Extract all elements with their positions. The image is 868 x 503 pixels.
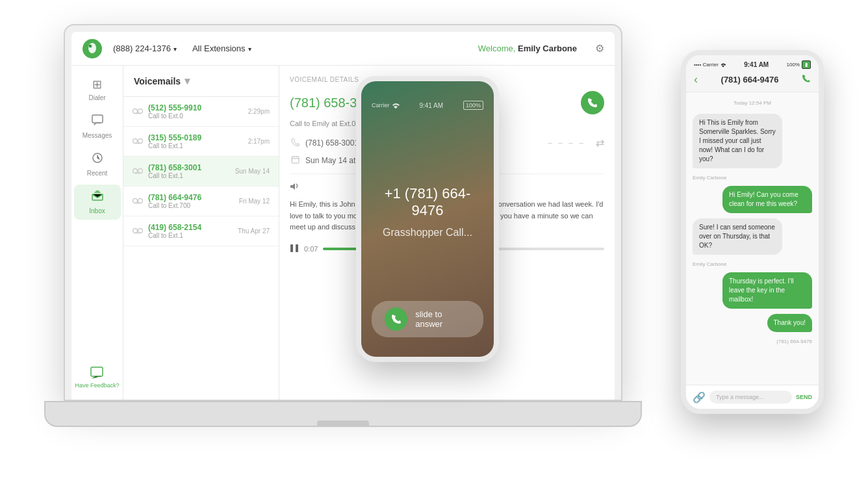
voicemail-icon-4 bbox=[133, 226, 143, 237]
message-time-label: Today 12:54 PM bbox=[693, 100, 812, 106]
voicemail-icon-1 bbox=[133, 136, 143, 147]
svg-point-8 bbox=[133, 109, 138, 113]
vm-sub-0: Call to Ext.0 bbox=[148, 112, 243, 120]
message-list: Today 12:54 PM Hi This is Emily from Som… bbox=[686, 92, 819, 385]
phone-number-selector[interactable]: (888) 224-1376 bbox=[113, 44, 177, 53]
dialer-icon: ⊞ bbox=[92, 77, 102, 92]
voicemail-item-4[interactable]: (419) 658-2154 Call to Ext.1 Thu Apr 27 bbox=[123, 216, 279, 246]
vm-number-0: (512) 555-9910 bbox=[148, 103, 243, 112]
slide-to-answer-text: slide to answer bbox=[415, 309, 470, 329]
svg-rect-4 bbox=[92, 115, 103, 123]
call-contact-icon[interactable] bbox=[802, 74, 811, 85]
vm-sub-2: Call to Ext.1 bbox=[148, 172, 230, 179]
svg-rect-23 bbox=[292, 157, 299, 163]
phone2-carrier: •••• Carrier bbox=[694, 62, 726, 68]
extension-selector[interactable]: All Extensions bbox=[192, 44, 251, 53]
vm-sub-1: Call to Ext.1 bbox=[148, 142, 243, 149]
sidebar-label-inbox: Inbox bbox=[89, 207, 105, 214]
svg-point-15 bbox=[138, 168, 143, 173]
sidebar-item-messages[interactable]: Messages bbox=[74, 109, 121, 144]
sender-4: (781) 664-9476 bbox=[776, 339, 812, 344]
feedback-button[interactable]: Have Feedback? bbox=[75, 367, 119, 389]
vm-details-1: (315) 555-0189 Call to Ext.1 bbox=[148, 133, 243, 149]
answer-call-icon bbox=[385, 307, 407, 331]
message-input[interactable]: Type a message... bbox=[709, 391, 792, 404]
voicemail-icon-0 bbox=[133, 107, 143, 117]
sidebar: ⊞ Dialer Messages bbox=[71, 66, 123, 400]
svg-point-9 bbox=[138, 109, 143, 113]
vm-details-2: (781) 658-3001 Call to Ext.1 bbox=[148, 163, 230, 179]
svg-point-14 bbox=[133, 168, 138, 173]
call-button[interactable] bbox=[581, 91, 604, 114]
vm-sub-3: Call to Ext.700 bbox=[148, 202, 234, 209]
sidebar-label-messages: Messages bbox=[83, 132, 112, 139]
back-button[interactable]: ‹ bbox=[694, 73, 698, 86]
recent-icon bbox=[92, 152, 103, 167]
laptop-notch bbox=[317, 420, 369, 426]
vm-number-1: (315) 555-0189 bbox=[148, 133, 243, 142]
sidebar-item-recent[interactable]: Recent bbox=[74, 147, 121, 182]
message-0: Hi This is Emily from Somerville Sparkle… bbox=[693, 114, 782, 168]
phone2-status-bar: •••• Carrier 9:41 AM 100% ▮ bbox=[694, 60, 811, 69]
phone2-battery: ▮ bbox=[802, 60, 811, 69]
phone2-time: 9:41 AM bbox=[744, 61, 769, 68]
grasshopper-logo bbox=[82, 38, 103, 59]
svg-point-1 bbox=[88, 43, 96, 53]
app-body: ⊞ Dialer Messages bbox=[71, 66, 615, 400]
phone1-battery: 100% bbox=[463, 101, 483, 110]
voicemail-list: Voicemails ▾ (512) 555-9910 Call to Ext.… bbox=[123, 66, 279, 400]
attachment-icon[interactable]: 🔗 bbox=[693, 391, 706, 404]
app-header: (888) 224-1376 All Extensions Welcome, E… bbox=[71, 32, 615, 66]
vm-sub-4: Call to Ext.1 bbox=[148, 232, 233, 239]
phone1-time: 9:41 AM bbox=[419, 102, 443, 109]
voicemail-icon-2 bbox=[133, 166, 143, 177]
svg-point-12 bbox=[138, 138, 143, 143]
messages-icon bbox=[92, 114, 103, 129]
phone-icon bbox=[290, 138, 300, 148]
message-2: Sure! I can send someone over on Thursda… bbox=[693, 218, 782, 255]
vm-time-1: 2:17pm bbox=[248, 138, 270, 145]
svg-point-21 bbox=[138, 228, 143, 233]
vm-number-4: (419) 658-2154 bbox=[148, 223, 233, 232]
incoming-call-phone: Carrier 9:41 AM 100% +1 (781) 664-9476 G… bbox=[356, 76, 499, 362]
svg-rect-24 bbox=[290, 244, 293, 252]
sender-0: Emily Carbone bbox=[693, 175, 812, 181]
incoming-call-screen: Carrier 9:41 AM 100% +1 (781) 664-9476 G… bbox=[361, 81, 494, 357]
voicemail-list-header: Voicemails ▾ bbox=[123, 66, 279, 97]
sidebar-item-dialer[interactable]: ⊞ Dialer bbox=[74, 72, 121, 107]
phone1-status-bar: Carrier 9:41 AM 100% bbox=[372, 101, 483, 110]
voicemail-item-3[interactable]: (781) 664-9476 Call to Ext.700 Fri May 1… bbox=[123, 187, 279, 216]
message-4: Thank you! bbox=[767, 314, 812, 332]
svg-point-11 bbox=[133, 138, 138, 143]
pause-button[interactable] bbox=[290, 244, 299, 255]
send-button[interactable]: SEND bbox=[796, 394, 812, 400]
calendar-icon bbox=[290, 155, 300, 166]
messages-phone: •••• Carrier 9:41 AM 100% ▮ ‹ (781) 664-… bbox=[681, 50, 824, 414]
laptop-screen: (888) 224-1376 All Extensions Welcome, E… bbox=[71, 32, 615, 400]
settings-icon[interactable]: ⚙ bbox=[595, 42, 604, 55]
laptop-base bbox=[44, 401, 642, 427]
vm-details-4: (419) 658-2154 Call to Ext.1 bbox=[148, 223, 233, 239]
messages-screen: •••• Carrier 9:41 AM 100% ▮ ‹ (781) 664-… bbox=[686, 55, 819, 409]
svg-point-17 bbox=[133, 198, 138, 203]
svg-point-18 bbox=[138, 198, 143, 203]
feedback-label: Have Feedback? bbox=[75, 382, 119, 389]
sidebar-label-recent: Recent bbox=[87, 170, 108, 177]
svg-rect-25 bbox=[296, 244, 298, 252]
voicemail-item-2[interactable]: (781) 658-3001 Call to Ext.1 Sun May 14 bbox=[123, 157, 279, 187]
welcome-text: Welcome, Emily Carbone bbox=[478, 44, 577, 53]
sidebar-item-inbox[interactable]: Inbox bbox=[74, 185, 121, 220]
svg-point-3 bbox=[90, 45, 91, 46]
user-name: Emily Carbone bbox=[518, 44, 577, 53]
vm-details-0: (512) 555-9910 Call to Ext.0 bbox=[148, 103, 243, 120]
phone1-carrier: Carrier bbox=[372, 102, 400, 109]
slide-to-answer[interactable]: slide to answer bbox=[372, 301, 483, 337]
phone2-header: •••• Carrier 9:41 AM 100% ▮ ‹ (781) 664-… bbox=[686, 55, 819, 92]
vm-time-3: Fri May 12 bbox=[239, 198, 270, 205]
vm-number-2: (781) 658-3001 bbox=[148, 163, 230, 172]
voicemail-item-1[interactable]: (315) 555-0189 Call to Ext.1 2:17pm bbox=[123, 127, 279, 157]
vm-time-2: Sun May 14 bbox=[235, 168, 270, 175]
vm-number-3: (781) 664-9476 bbox=[148, 193, 234, 202]
voicemail-item-0[interactable]: (512) 555-9910 Call to Ext.0 2:29pm bbox=[123, 97, 279, 127]
svg-point-20 bbox=[133, 228, 138, 233]
